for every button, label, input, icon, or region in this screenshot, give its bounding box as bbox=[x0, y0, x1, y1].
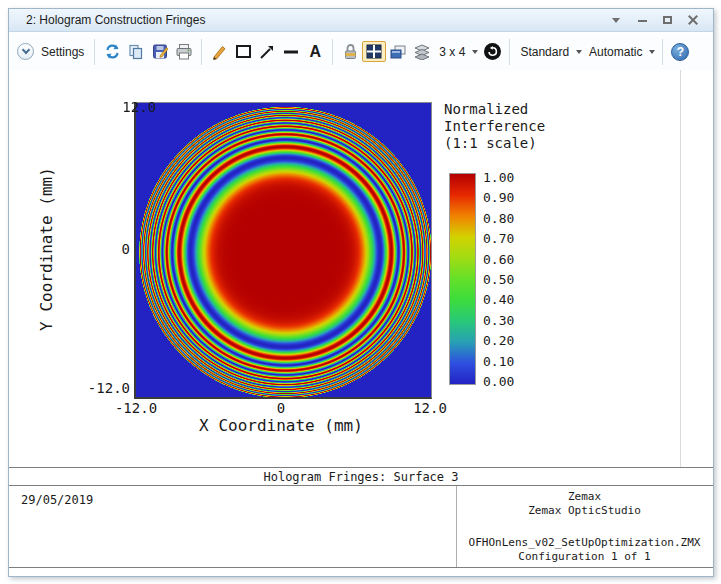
page-edge-line bbox=[680, 70, 681, 467]
annotate-rectangle-button[interactable] bbox=[231, 38, 255, 66]
date-text: 29/05/2019 bbox=[21, 493, 93, 507]
toolbar-separator bbox=[332, 39, 333, 65]
copy-button[interactable] bbox=[124, 38, 148, 66]
window-title: 2: Hologram Construction Fringes bbox=[26, 13, 205, 27]
overlap-windows-button[interactable] bbox=[386, 38, 410, 66]
minimize-button[interactable] bbox=[637, 14, 649, 26]
lock-button[interactable] bbox=[338, 38, 362, 66]
annotate-pencil-button[interactable] bbox=[207, 38, 231, 66]
brand-line1: Zemax bbox=[456, 490, 713, 504]
chevron-down-icon bbox=[612, 18, 620, 23]
toolbar-separator bbox=[509, 39, 510, 65]
help-icon: ? bbox=[671, 43, 689, 61]
toolbar-separator bbox=[201, 39, 202, 65]
brand-line2: Zemax OpticStudio bbox=[456, 504, 713, 518]
print-icon bbox=[175, 43, 193, 60]
colorbar bbox=[449, 173, 476, 385]
toolbar: Settings bbox=[9, 33, 713, 70]
copy-icon bbox=[128, 44, 144, 60]
window-menu-button[interactable] bbox=[612, 14, 624, 26]
refresh-button[interactable] bbox=[100, 38, 124, 66]
plot-caption: Hologram Fringes: Surface 3 bbox=[9, 467, 713, 486]
maximize-icon bbox=[663, 16, 672, 24]
chevron-down-icon bbox=[649, 50, 655, 54]
print-button[interactable] bbox=[172, 38, 196, 66]
colorbar-tick-label: 0.30 bbox=[483, 312, 514, 327]
arrow-icon bbox=[259, 44, 275, 60]
automatic-dropdown[interactable]: Automatic bbox=[584, 38, 657, 66]
colorbar-tick-label: 0.80 bbox=[483, 210, 514, 225]
colorbar-tick-label: 0.40 bbox=[483, 292, 514, 307]
x-tick-mid: 0 bbox=[277, 400, 285, 416]
x-tick-left: -12.0 bbox=[115, 400, 157, 416]
refresh-icon bbox=[104, 43, 121, 60]
colorbar-tick-label: 0.20 bbox=[483, 333, 514, 348]
chevron-down-icon bbox=[17, 43, 34, 60]
file-block: OFHOnLens_v02_SetUpOptimization.ZMX Conf… bbox=[456, 536, 713, 564]
help-button[interactable]: ? bbox=[668, 38, 692, 66]
split-view-icon bbox=[366, 44, 382, 59]
minimize-icon bbox=[638, 20, 647, 22]
colorbar-tick-label: 0.50 bbox=[483, 272, 514, 287]
y-tick-top: 12.0 bbox=[106, 99, 156, 115]
configuration-label: Configuration 1 of 1 bbox=[456, 550, 713, 564]
grid-size-label: 3 x 4 bbox=[436, 45, 468, 59]
title-bar: 2: Hologram Construction Fringes bbox=[9, 9, 713, 32]
reset-icon bbox=[484, 43, 501, 60]
automatic-label: Automatic bbox=[586, 45, 645, 59]
x-tick-right: 12.0 bbox=[413, 400, 447, 416]
chevron-down-icon bbox=[576, 50, 582, 54]
colorbar-tick-label: 0.70 bbox=[483, 231, 514, 246]
line-icon bbox=[283, 44, 299, 60]
chevron-down-icon bbox=[472, 50, 478, 54]
rectangle-icon bbox=[235, 44, 252, 59]
maximize-button[interactable] bbox=[662, 14, 674, 26]
close-button[interactable] bbox=[687, 14, 699, 26]
hologram-fringes-window: 2: Hologram Construction Fringes Setting… bbox=[8, 8, 714, 577]
footer-bottom-line bbox=[9, 567, 713, 568]
text-icon: A bbox=[310, 43, 322, 61]
split-view-button[interactable] bbox=[362, 41, 386, 62]
grid-size-dropdown[interactable]: 3 x 4 bbox=[434, 38, 480, 66]
colorbar-tick-label: 0.00 bbox=[483, 374, 514, 389]
save-icon bbox=[152, 43, 169, 60]
toolbar-separator bbox=[94, 39, 95, 65]
lock-icon bbox=[343, 43, 358, 60]
pencil-icon bbox=[211, 44, 227, 60]
standard-dropdown[interactable]: Standard bbox=[515, 38, 584, 66]
y-axis-title: Y Coordinate (mm) bbox=[37, 167, 56, 331]
settings-label: Settings bbox=[38, 45, 87, 59]
legend-title: Normalized Interference (1:1 scale) bbox=[444, 101, 545, 152]
colorbar-tick-label: 0.60 bbox=[483, 251, 514, 266]
annotate-arrow-button[interactable] bbox=[255, 38, 279, 66]
layers-button[interactable] bbox=[410, 38, 434, 66]
annotate-line-button[interactable] bbox=[279, 38, 303, 66]
colorbar-tick-label: 1.00 bbox=[483, 170, 514, 185]
toolbar-separator bbox=[662, 39, 663, 65]
standard-label: Standard bbox=[517, 45, 572, 59]
overlap-windows-icon bbox=[389, 44, 407, 60]
save-button[interactable] bbox=[148, 38, 172, 66]
reset-button[interactable] bbox=[480, 38, 504, 66]
colorbar-tick-label: 0.90 bbox=[483, 190, 514, 205]
layers-icon bbox=[413, 44, 431, 60]
y-tick-mid: 0 bbox=[80, 241, 130, 257]
annotate-text-button[interactable]: A bbox=[303, 38, 327, 66]
window-controls bbox=[612, 14, 713, 26]
fringe-heatmap bbox=[134, 102, 432, 399]
x-axis-title: X Coordinate (mm) bbox=[199, 416, 363, 435]
brand-block: Zemax Zemax OpticStudio bbox=[456, 490, 713, 518]
file-name: OFHOnLens_v02_SetUpOptimization.ZMX bbox=[456, 536, 713, 550]
settings-expander-button[interactable]: Settings bbox=[15, 38, 89, 66]
y-tick-bottom: -12.0 bbox=[80, 380, 130, 396]
colorbar-tick-label: 0.10 bbox=[483, 353, 514, 368]
